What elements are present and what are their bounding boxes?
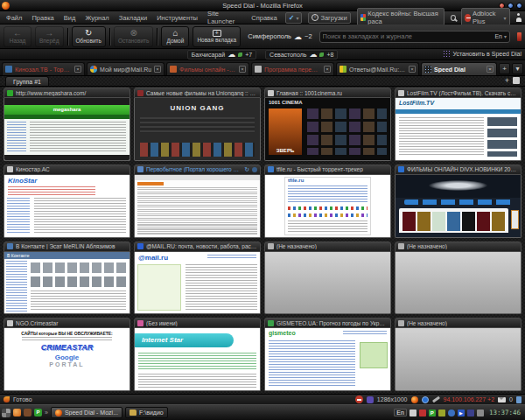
weather-city-1[interactable]: Бахчисарай ☁ +7 bbox=[187, 50, 256, 60]
firefox-status-icon[interactable] bbox=[411, 396, 418, 403]
red-indicator-icon[interactable] bbox=[517, 32, 522, 41]
dial-thumbnail-empty[interactable] bbox=[264, 252, 391, 315]
quicklaunch-1-icon[interactable] bbox=[13, 409, 21, 416]
add-group-button[interactable]: + bbox=[505, 77, 509, 85]
tray-messenger-icon[interactable] bbox=[448, 410, 455, 416]
taskbar-window-firefox[interactable]: Speed Dial - Mozi... bbox=[51, 407, 122, 418]
refresh-icon[interactable]: ↻ bbox=[244, 166, 249, 173]
new-tab-button[interactable]: + Новая вкладка bbox=[192, 26, 241, 47]
dial-thumbnail[interactable]: 1001 CINEMA ЗВЕРЬ bbox=[264, 98, 391, 161]
lang-indicator[interactable]: En ▾ bbox=[494, 33, 507, 39]
dial-thumbnail[interactable] bbox=[395, 175, 522, 238]
resolution-indicator[interactable]: 1286x1000 bbox=[377, 396, 408, 402]
menu-file[interactable]: Файл bbox=[4, 13, 24, 23]
dial-thumbnail-empty[interactable] bbox=[395, 328, 522, 391]
dial-cell-5[interactable]: Киностар.АС KinoStar bbox=[4, 164, 130, 238]
tab-close-icon[interactable]: × bbox=[74, 66, 81, 73]
forward-button[interactable]: → Вперёд bbox=[35, 26, 64, 47]
extension-icon[interactable] bbox=[367, 396, 374, 403]
weather-current[interactable]: Симферополь ☁ ~2 bbox=[248, 32, 312, 41]
menu-view[interactable]: Вид bbox=[62, 13, 78, 23]
dial-thumbnail-empty[interactable] bbox=[395, 252, 522, 315]
quicklaunch-2-icon[interactable] bbox=[24, 409, 32, 416]
dial-cell-2[interactable]: Самые новые фильмы на Uniongang :: ГЛАВ.… bbox=[134, 88, 261, 161]
quicklaunch-3-icon[interactable]: P bbox=[34, 409, 42, 416]
tab-speed-dial[interactable]: Speed Dial × bbox=[421, 62, 497, 75]
tray-network-icon[interactable] bbox=[477, 410, 484, 416]
menu-help[interactable]: Справка bbox=[249, 13, 278, 23]
tab-5[interactable]: Ответы@Mail.Ru: как доб... × bbox=[336, 62, 419, 75]
dial-cell-1[interactable]: http://www.megashara.com/ megashara bbox=[4, 88, 130, 161]
tray-player-icon[interactable]: ▶ bbox=[458, 410, 465, 416]
dial-cell-7[interactable]: tfile.ru - Быстрый торрент-трекер tfile.… bbox=[264, 164, 391, 238]
menu-history[interactable]: Журнал bbox=[83, 13, 110, 23]
pen-icon[interactable] bbox=[431, 396, 439, 403]
tab-close-icon[interactable]: × bbox=[409, 66, 416, 73]
downloads-button[interactable]: Загрузки bbox=[308, 12, 350, 24]
tab-1[interactable]: Кинозал.ТВ - Торрент трекер × bbox=[2, 62, 85, 75]
tray-shield-icon[interactable] bbox=[438, 410, 445, 416]
tab-close-icon[interactable]: × bbox=[324, 66, 331, 73]
awesomebar[interactable]: En ▾ bbox=[319, 31, 510, 43]
dial-thumbnail[interactable]: UNION GANG bbox=[134, 98, 261, 161]
tab-close-icon[interactable]: × bbox=[239, 66, 246, 73]
dial-cell-13[interactable]: NGO.Crimeastar САЙТЫ которые ВЫ НЕ ОБСЛУ… bbox=[4, 318, 130, 391]
tab-2[interactable]: Мой мир@Mail.Ru × bbox=[87, 62, 164, 75]
dial-thumbnail[interactable]: САЙТЫ которые ВЫ НЕ ОБСЛУЖИВАЕТЕ: CRIMEA… bbox=[4, 328, 130, 391]
tab-3[interactable]: Фильмы онлайн - новинки кино × bbox=[166, 62, 249, 75]
person-icon[interactable] bbox=[515, 13, 521, 22]
search-icon[interactable] bbox=[451, 15, 456, 21]
tab-close-icon[interactable]: × bbox=[154, 66, 161, 73]
dial-cell-10[interactable]: @MAIL.RU: почта, новости, работа, рассыл… bbox=[134, 242, 261, 315]
weather-city-2[interactable]: Севастополь ☁ +8 bbox=[265, 50, 338, 60]
group-tab[interactable]: Группа #1 bbox=[5, 76, 49, 86]
taskbar-clock[interactable]: 13:37:46 bbox=[486, 409, 523, 416]
mail-icon[interactable] bbox=[498, 397, 506, 402]
menu-tools[interactable]: Инструменты bbox=[155, 13, 200, 23]
reload-button[interactable]: ↻ Обновить bbox=[72, 26, 106, 47]
dial-cell-3[interactable]: Главная :: 1001cinema.ru 1001 CINEMA ЗВЕ… bbox=[264, 88, 391, 161]
adblock-status-icon[interactable] bbox=[355, 396, 363, 403]
install-speed-dial-button[interactable]: Установить в Speed Dial bbox=[443, 50, 522, 57]
dial-cell-4[interactable]: LostFilm.TV (ЛостФильм.ТВ). Скачать сери… bbox=[395, 88, 522, 161]
start-button[interactable] bbox=[2, 409, 10, 417]
search-input[interactable] bbox=[323, 32, 493, 40]
dial-cell-14[interactable]: (Без имени) Internet Star bbox=[134, 318, 261, 391]
tray-mail-icon[interactable] bbox=[410, 410, 416, 416]
stop-button[interactable]: ⊗ Остановить bbox=[114, 26, 153, 47]
dial-cell-12[interactable]: (Не назначено) bbox=[395, 242, 522, 315]
flame-icon[interactable] bbox=[4, 396, 10, 402]
quicklaunch-overflow-icon[interactable]: » bbox=[45, 410, 48, 416]
dial-cell-8[interactable]: ФИЛЬМЫ ОНЛАЙН DIVX.НОВИНКИ 2009.СКАЧ... bbox=[395, 164, 522, 238]
group-options-icon[interactable] bbox=[513, 77, 520, 84]
tab-close-icon[interactable]: × bbox=[486, 66, 494, 73]
globe-icon[interactable] bbox=[422, 396, 429, 403]
tray-phone-icon[interactable] bbox=[467, 410, 474, 416]
keyboard-layout-indicator[interactable]: En bbox=[394, 409, 407, 416]
tray-antivirus-icon[interactable] bbox=[419, 410, 426, 416]
bookmark-check-button[interactable]: ✓ ▾ bbox=[285, 12, 303, 24]
dial-cell-6[interactable]: Первобытное (Портал хорошего пери...↻ bbox=[134, 164, 261, 238]
menu-site-launcher[interactable]: Site Launcher bbox=[206, 9, 243, 26]
dial-thumbnail[interactable] bbox=[134, 175, 261, 238]
ip-indicator[interactable]: 94.100.106.227 +2 bbox=[444, 396, 495, 402]
taskbar-window-explorer[interactable]: F:\видио bbox=[125, 407, 168, 418]
home-button[interactable]: ⌂ Домой bbox=[161, 26, 189, 47]
dial-cell-15[interactable]: GISMETEO.UA: Прогноз погоды по Украине g… bbox=[264, 318, 391, 391]
page-info-icon[interactable] bbox=[516, 396, 522, 403]
menu-bookmarks[interactable]: Закладки bbox=[117, 13, 149, 23]
dial-thumbnail[interactable]: @mail.ru bbox=[134, 252, 261, 315]
menu-edit[interactable]: Правка bbox=[30, 13, 55, 23]
dial-thumbnail[interactable]: tfile.ru bbox=[264, 175, 391, 238]
dial-thumbnail[interactable]: KinoStar bbox=[4, 175, 130, 238]
dial-thumbnail[interactable]: В Контакте bbox=[4, 252, 130, 315]
dial-thumbnail[interactable]: gismeteo bbox=[264, 328, 391, 391]
dial-thumbnail[interactable]: megashara bbox=[4, 98, 130, 161]
titlebar[interactable]: Speed Dial - Mozilla Firefox bbox=[0, 0, 525, 11]
dial-cell-16[interactable]: (Не назначено) bbox=[395, 318, 522, 391]
alltabs-button[interactable]: ▾ bbox=[512, 63, 523, 74]
open-new-tab-button[interactable]: + bbox=[499, 63, 510, 74]
dial-thumbnail[interactable]: LostFilm.TV bbox=[395, 98, 522, 161]
back-button[interactable]: ← Назад bbox=[4, 26, 32, 47]
tray-torrent-icon[interactable]: P bbox=[429, 410, 436, 416]
